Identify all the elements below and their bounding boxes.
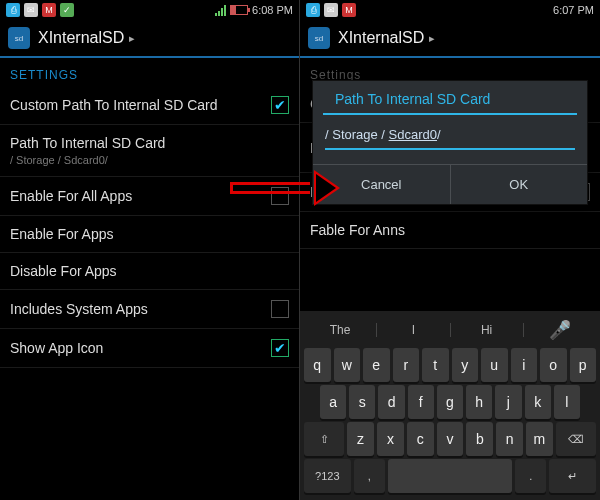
key-k[interactable]: k	[525, 385, 551, 419]
section-header: SETTINGS	[0, 58, 299, 86]
key-row: ?123 , . ↵	[304, 459, 596, 493]
suggestion[interactable]: The	[304, 323, 377, 337]
pref-custom-path[interactable]: Custom Path To Internal SD Card ✔	[0, 86, 299, 125]
key-o[interactable]: o	[540, 348, 567, 382]
pref-label: Custom Path To Internal SD Card	[10, 97, 218, 113]
status-bar: ⎙ ✉ M ✓ 6:08 PM	[0, 0, 299, 20]
key-n[interactable]: n	[496, 422, 523, 456]
key-h[interactable]: h	[466, 385, 492, 419]
checkbox-unchecked[interactable]	[271, 300, 289, 318]
checkbox-checked[interactable]: ✔	[271, 96, 289, 114]
notif-icon: ✓	[60, 3, 74, 17]
path-dialog: Path To Internal SD Card / Storage / Sdc…	[312, 80, 588, 205]
key-symbols[interactable]: ?123	[304, 459, 351, 493]
pref-show-icon[interactable]: Show App Icon ✔	[0, 329, 299, 368]
notif-icon: ⎙	[306, 3, 320, 17]
key-r[interactable]: r	[393, 348, 420, 382]
battery-icon	[230, 5, 248, 15]
app-title: XInternalSD	[338, 29, 424, 47]
key-row: a s d f g h j k l	[304, 385, 596, 419]
mic-icon[interactable]: 🎤	[524, 319, 596, 341]
key-u[interactable]: u	[481, 348, 508, 382]
key-b[interactable]: b	[466, 422, 493, 456]
app-icon: sd	[8, 27, 30, 49]
pref-label: Path To Internal SD Card	[10, 135, 165, 151]
key-row: q w e r t y u i o p	[304, 348, 596, 382]
key-a[interactable]: a	[320, 385, 346, 419]
status-bar: ⎙ ✉ M 6:07 PM	[300, 0, 600, 20]
key-space[interactable]	[388, 459, 512, 493]
key-z[interactable]: z	[347, 422, 374, 456]
suggestion-bar: The I Hi 🎤	[304, 315, 596, 345]
app-header: sd XInternalSD ▸	[300, 20, 600, 58]
pref-disable-for[interactable]: Disable For Apps	[0, 253, 299, 290]
notif-icon: M	[342, 3, 356, 17]
bg-row: Fable For Anns	[300, 212, 600, 249]
key-backspace[interactable]: ⌫	[556, 422, 596, 456]
key-period[interactable]: .	[515, 459, 546, 493]
key-m[interactable]: m	[526, 422, 553, 456]
key-y[interactable]: y	[452, 348, 479, 382]
key-shift[interactable]: ⇧	[304, 422, 344, 456]
key-f[interactable]: f	[408, 385, 434, 419]
ok-button[interactable]: OK	[451, 165, 588, 204]
pref-label: Disable For Apps	[10, 263, 117, 279]
chevron-down-icon: ▸	[429, 32, 435, 45]
key-p[interactable]: p	[570, 348, 597, 382]
notif-icon: M	[42, 3, 56, 17]
dialog-title: Path To Internal SD Card	[323, 81, 577, 115]
clock: 6:07 PM	[553, 4, 594, 16]
right-screen: ⎙ ✉ M 6:07 PM sd XInternalSD ▸ Settings …	[300, 0, 600, 500]
key-e[interactable]: e	[363, 348, 390, 382]
notif-icon: ⎙	[6, 3, 20, 17]
notif-icon: ✉	[324, 3, 338, 17]
key-d[interactable]: d	[378, 385, 404, 419]
key-w[interactable]: w	[334, 348, 361, 382]
suggestion[interactable]: Hi	[451, 323, 524, 337]
checkbox-checked[interactable]: ✔	[271, 339, 289, 357]
pref-label: Includes System Apps	[10, 301, 148, 317]
key-g[interactable]: g	[437, 385, 463, 419]
notif-icon: ✉	[24, 3, 38, 17]
key-q[interactable]: q	[304, 348, 331, 382]
app-header: sd XInternalSD ▸	[0, 20, 299, 58]
pref-include-system[interactable]: Includes System Apps	[0, 290, 299, 329]
app-title: XInternalSD	[38, 29, 124, 47]
pref-label: Fable For Anns	[310, 222, 405, 238]
signal-icon	[215, 4, 226, 16]
key-enter[interactable]: ↵	[549, 459, 596, 493]
pref-label: Show App Icon	[10, 340, 103, 356]
key-i[interactable]: i	[511, 348, 538, 382]
pref-enable-for[interactable]: Enable For Apps	[0, 216, 299, 253]
key-s[interactable]: s	[349, 385, 375, 419]
key-comma[interactable]: ,	[354, 459, 385, 493]
chevron-down-icon: ▸	[129, 32, 135, 45]
suggestion[interactable]: I	[377, 323, 450, 337]
pref-sublabel: / Storage / Sdcard0/	[10, 154, 165, 166]
dialog-input[interactable]: / Storage / Sdcard0/	[325, 123, 575, 150]
key-c[interactable]: c	[407, 422, 434, 456]
key-j[interactable]: j	[495, 385, 521, 419]
keyboard: The I Hi 🎤 q w e r t y u i o p a s d	[300, 311, 600, 500]
key-t[interactable]: t	[422, 348, 449, 382]
key-l[interactable]: l	[554, 385, 580, 419]
clock: 6:08 PM	[252, 4, 293, 16]
key-row: ⇧ z x c v b n m ⌫	[304, 422, 596, 456]
app-icon: sd	[308, 27, 330, 49]
key-v[interactable]: v	[437, 422, 464, 456]
pref-label: Enable For All Apps	[10, 188, 132, 204]
left-screen: ⎙ ✉ M ✓ 6:08 PM sd XInternalSD ▸ SETTING…	[0, 0, 300, 500]
key-x[interactable]: x	[377, 422, 404, 456]
annotation-arrow	[230, 170, 340, 206]
pref-label: Enable For Apps	[10, 226, 114, 242]
